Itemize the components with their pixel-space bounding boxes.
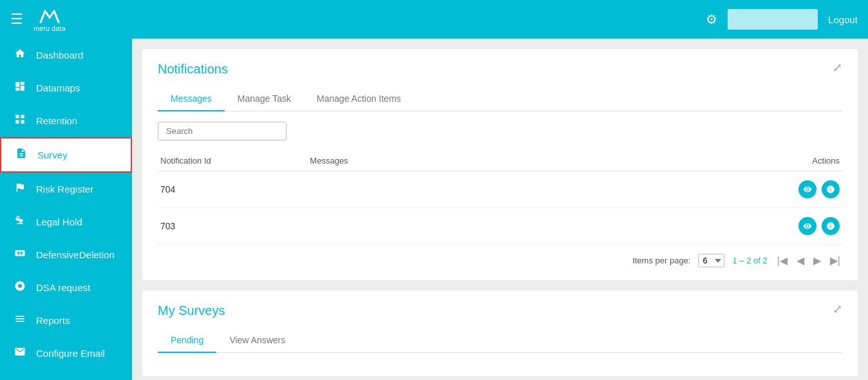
pagination: Items per page: 6 10 25 1 – 2 of 2 |◀ ◀ … — [158, 254, 842, 267]
risk-register-icon — [13, 182, 27, 196]
notifications-table: Notification Id Messages Actions 704703 — [158, 151, 842, 245]
last-page-button[interactable]: ▶| — [828, 254, 842, 267]
per-page-select[interactable]: 6 10 25 — [698, 254, 724, 267]
legal-hold-icon — [13, 214, 27, 229]
sidebar-label-configure-email: Configure Email — [36, 348, 105, 359]
notifications-title: Notifications — [158, 62, 228, 77]
search-input[interactable] — [158, 122, 287, 140]
user-box[interactable] — [728, 9, 818, 30]
retention-icon — [13, 113, 27, 128]
logo-icon — [38, 6, 61, 24]
configure-email-icon — [13, 346, 27, 361]
notifications-card: Notifications ⤢ Messages Manage Task Man… — [142, 49, 858, 280]
next-page-button[interactable]: ▶ — [811, 254, 823, 267]
table-row: 703 — [158, 208, 842, 245]
logo-text: meru data — [33, 24, 66, 32]
logout-button[interactable]: Logout — [828, 14, 858, 25]
svg-point-1 — [18, 284, 22, 288]
info-button[interactable] — [822, 180, 840, 198]
my-surveys-title: My Surveys — [158, 303, 225, 318]
survey-icon — [14, 147, 28, 162]
col-notification-id: Notification Id — [158, 151, 307, 171]
tab-manage-task[interactable]: Manage Task — [225, 87, 304, 111]
sidebar-item-configure-email[interactable]: Configure Email — [0, 337, 132, 370]
datamaps-icon — [13, 81, 27, 95]
actions-cell — [718, 171, 842, 208]
notifications-tabs: Messages Manage Task Manage Action Items — [158, 87, 842, 111]
sidebar-label-risk-register: Risk Register — [36, 184, 93, 195]
table-row: 704 — [158, 171, 842, 208]
sidebar-item-survey[interactable]: Survey — [0, 137, 132, 173]
header-right: ⚙ Logout — [706, 9, 858, 30]
sidebar-label-dashboard: Dashboard — [36, 50, 83, 61]
sidebar-label-retention: Retention — [36, 115, 77, 126]
my-surveys-tabs: Pending View Answers — [158, 328, 842, 353]
sidebar-item-upload[interactable]: Upload — [0, 370, 132, 380]
sidebar-item-defensive-deletion[interactable]: DefensiveDeletion — [0, 238, 132, 271]
dashboard-icon — [13, 48, 27, 62]
actions-cell — [718, 208, 842, 245]
sidebar-label-legal-hold: Legal Hold — [36, 216, 82, 227]
col-messages: Messages — [307, 151, 718, 171]
pagination-info: 1 – 2 of 2 — [732, 256, 767, 265]
sidebar-item-dsa-request[interactable]: DSA request — [0, 271, 132, 304]
prev-page-button[interactable]: ◀ — [795, 254, 806, 267]
sidebar-label-reports: Reports — [36, 315, 70, 326]
sidebar-item-datamaps[interactable]: Datamaps — [0, 71, 132, 104]
defensive-deletion-icon — [13, 247, 27, 262]
layout: DashboardDatamapsRetentionSurveyRisk Reg… — [0, 39, 868, 380]
sidebar-item-risk-register[interactable]: Risk Register — [0, 173, 132, 205]
sidebar-label-dsa-request: DSA request — [36, 282, 90, 293]
expand-icon[interactable]: ⤢ — [833, 61, 842, 75]
tab-messages[interactable]: Messages — [158, 87, 225, 111]
tab-manage-action-items[interactable]: Manage Action Items — [304, 87, 414, 111]
sidebar-label-survey: Survey — [37, 149, 68, 160]
info-button[interactable] — [822, 217, 840, 235]
expand-icon-surveys[interactable]: ⤢ — [833, 302, 842, 316]
tab-view-answers[interactable]: View Answers — [216, 328, 298, 353]
view-button[interactable] — [798, 180, 816, 198]
view-button[interactable] — [798, 217, 816, 235]
notification-id-cell: 704 — [158, 171, 307, 208]
message-cell — [307, 208, 718, 245]
my-surveys-card: My Surveys ⤢ Pending View Answers — [142, 290, 858, 376]
sidebar-item-reports[interactable]: Reports — [0, 304, 132, 337]
sidebar-item-legal-hold[interactable]: Legal Hold — [0, 205, 132, 238]
items-per-page-label: Items per page: — [632, 256, 690, 265]
sidebar-item-retention[interactable]: Retention — [0, 104, 132, 137]
notification-id-cell: 703 — [158, 208, 307, 245]
col-actions: Actions — [718, 151, 842, 171]
sidebar-item-dashboard[interactable]: Dashboard — [0, 39, 132, 71]
logo: meru data — [33, 6, 66, 32]
first-page-button[interactable]: |◀ — [775, 254, 789, 267]
dsa-request-icon — [13, 280, 27, 295]
sidebar-label-datamaps: Datamaps — [36, 82, 80, 93]
hamburger-icon[interactable]: ☰ — [10, 11, 23, 28]
tab-pending[interactable]: Pending — [158, 328, 216, 353]
sidebar-label-defensive-deletion: DefensiveDeletion — [36, 249, 115, 260]
gear-icon[interactable]: ⚙ — [706, 12, 717, 27]
reports-icon — [13, 313, 27, 328]
message-cell — [307, 171, 718, 208]
header: ☰ meru data ⚙ Logout — [0, 0, 868, 39]
main-content: Notifications ⤢ Messages Manage Task Man… — [132, 39, 868, 380]
sidebar: DashboardDatamapsRetentionSurveyRisk Reg… — [0, 39, 132, 380]
